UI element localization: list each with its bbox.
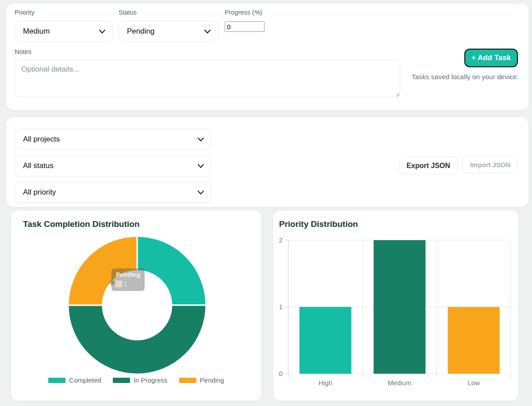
local-save-note: Tasks saved locally on your device. [412, 73, 519, 81]
tooltip-title: Pending [116, 271, 140, 278]
donut-segment-completed[interactable] [137, 236, 206, 305]
svg-text:0: 0 [279, 370, 283, 377]
legend-label: In Progress [134, 376, 168, 384]
status-filter-select[interactable]: All status [15, 155, 211, 176]
legend-item-in-progress[interactable]: In Progress [113, 376, 168, 384]
bar-medium[interactable] [374, 240, 425, 374]
donut-chart-legend: CompletedIn ProgressPending [11, 376, 261, 384]
project-filter-value: All projects [23, 135, 60, 144]
chevron-down-icon [204, 30, 211, 34]
notes-textarea[interactable] [15, 60, 400, 97]
import-json-button[interactable]: Import JSON [463, 156, 518, 173]
priority-filter-value: All priority [23, 188, 56, 197]
status-filter-value: All status [23, 161, 54, 170]
bar-chart-canvas[interactable]: 012HighMediumLow [273, 211, 518, 401]
donut-chart-canvas[interactable] [11, 211, 261, 401]
progress-input[interactable] [225, 21, 264, 32]
legend-swatch-icon [48, 378, 65, 383]
priority-filter-select[interactable]: All priority [15, 182, 211, 203]
notes-label: Notes [15, 48, 31, 55]
donut-chart-svg [11, 211, 261, 401]
chevron-down-icon [198, 191, 204, 195]
filters-card: All projects All status All priority Exp… [6, 117, 528, 207]
task-dashboard-page: Priority Medium Status Pending Progress … [0, 0, 532, 406]
legend-label: Pending [200, 376, 224, 384]
legend-swatch-icon [179, 378, 196, 383]
donut-segment-in-progress[interactable] [68, 305, 206, 374]
priority-chart-card: Priority Distribution 012HighMediumLow [273, 211, 518, 401]
progress-label: Progress (%) [225, 9, 262, 16]
svg-text:High: High [318, 379, 332, 387]
tooltip-value: 1 [124, 280, 127, 287]
status-select[interactable]: Pending [119, 21, 218, 42]
tooltip-color-swatch-icon [116, 281, 122, 287]
chart-tooltip: Pending 1 [111, 268, 145, 291]
add-task-button[interactable]: + Add Task [464, 49, 518, 67]
export-json-button[interactable]: Export JSON [399, 157, 457, 175]
legend-label: Completed [69, 376, 101, 384]
status-label: Status [119, 9, 137, 16]
legend-item-completed[interactable]: Completed [48, 376, 101, 384]
legend-swatch-icon [113, 378, 130, 383]
legend-item-pending[interactable]: Pending [179, 376, 224, 384]
priority-select[interactable]: Medium [15, 21, 113, 42]
task-completion-chart-card: Task Completion Distribution Pending 1 C… [11, 211, 261, 401]
chevron-down-icon [198, 164, 204, 168]
project-filter-select[interactable]: All projects [15, 129, 211, 150]
status-select-value: Pending [127, 27, 154, 36]
chevron-down-icon [99, 30, 105, 34]
priority-select-value: Medium [23, 27, 50, 36]
svg-text:Low: Low [467, 379, 480, 387]
svg-text:1: 1 [279, 303, 283, 310]
chevron-down-icon [198, 138, 204, 142]
priority-label: Priority [15, 9, 34, 16]
bar-high[interactable] [299, 307, 351, 374]
svg-text:Medium: Medium [388, 379, 411, 387]
bar-chart-svg: 012HighMediumLow [273, 211, 518, 401]
svg-text:2: 2 [279, 236, 283, 244]
add-task-form-card: Priority Medium Status Pending Progress … [6, 4, 528, 110]
bar-low[interactable] [448, 307, 499, 374]
